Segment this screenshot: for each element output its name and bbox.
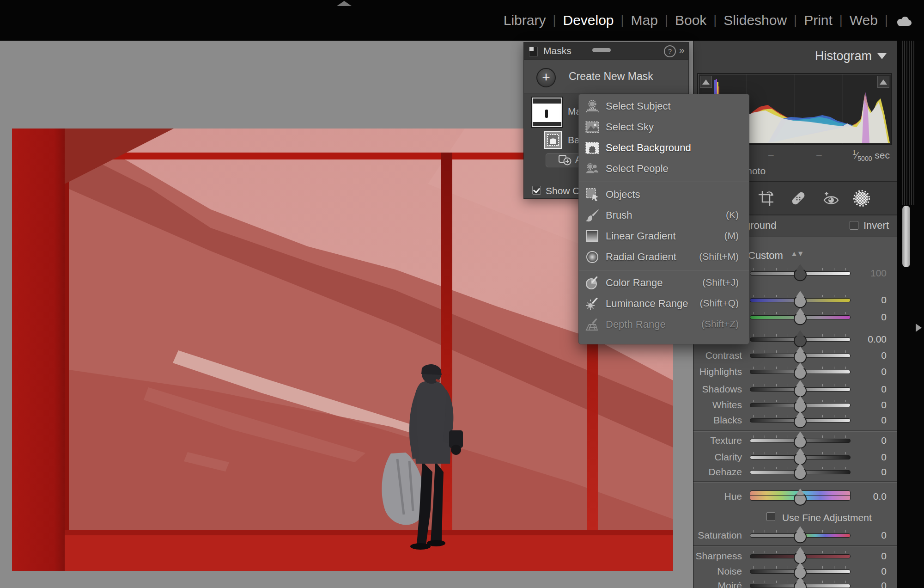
shutter-denominator: 5000 [857,155,872,162]
luminance-range-icon [585,297,599,311]
hue-slider-handle[interactable] [794,493,807,506]
slider-label: Whites [693,399,742,410]
histogram-header[interactable]: Histogram [815,49,887,63]
highlights-slider-handle[interactable] [794,367,807,380]
crop-tool-icon[interactable] [756,189,776,208]
exposure-slider[interactable] [750,337,851,342]
menu-item-select-subject[interactable]: Select Subject [579,96,749,117]
select-background-icon [585,141,599,155]
temp-slider[interactable] [750,298,851,302]
masks-panel-title: Masks [543,45,571,56]
tint-slider[interactable] [750,315,851,319]
module-divider: | [665,13,668,28]
objects-icon [585,188,599,202]
blacks-slider-handle[interactable] [794,415,807,428]
menu-item-color-range[interactable]: Color Range (Shift+J) [579,273,749,294]
masking-tool-icon-active[interactable] [852,189,871,208]
hue-slider[interactable] [750,490,851,501]
menu-item-select-background[interactable]: Select Background [579,138,749,159]
tint-slider-handle[interactable] [794,312,807,325]
invert-checkbox[interactable] [850,221,858,230]
menu-item-luminance-range[interactable]: Luminance Range (Shift+Q) [579,294,749,314]
use-fine-adjustment-checkbox[interactable] [766,512,775,521]
panel-drag-handle[interactable] [592,48,611,52]
slider-label: Blacks [693,415,742,426]
mask1-thumbnail[interactable] [532,98,562,127]
scrollbar-thumb[interactable] [902,206,910,267]
highlight-clipping-button[interactable] [877,76,889,88]
module-picker: Library | Develop | Map | Book | Slidesh… [497,0,912,41]
slider-value: 0 [881,312,887,323]
shadows-slider[interactable] [750,387,851,392]
slider-label: Contrast [693,350,742,361]
menu-item-brush[interactable]: Brush (K) [579,205,749,226]
texture-slider-handle[interactable] [794,435,807,448]
whites-slider[interactable] [750,403,851,407]
slider-value: 0 [881,452,887,463]
shadows-slider-handle[interactable] [794,384,807,397]
menu-item-label: Select Subject [606,100,671,112]
contrast-slider-handle[interactable] [794,350,807,363]
saturation-slider-handle[interactable] [794,530,807,543]
fine-adjustment-row: Use Fine Adjustment [693,511,897,525]
thumb-band [533,98,561,104]
slider-value: 0 [881,566,887,577]
blacks-slider[interactable] [750,418,851,423]
dehaze-slider-handle[interactable] [794,467,807,480]
slider-row-sharpness: Sharpness 0 [693,549,897,563]
tab-develop[interactable]: Develop [556,12,620,28]
menu-item-depth-range[interactable]: Depth Range (Shift+Z) [579,314,749,335]
tab-print[interactable]: Print [797,12,839,28]
temp-slider-handle[interactable] [794,295,807,308]
menu-item-linear-gradient[interactable]: Linear Gradient (M) [579,226,749,247]
menu-separator [579,268,749,273]
exposure-slider-handle[interactable] [794,334,807,347]
texture-slider[interactable] [750,439,851,443]
create-new-mask-button[interactable]: + Create New Mask [524,60,688,93]
red-eye-tool-icon[interactable] [821,189,841,208]
dock-panel-icon[interactable] [529,47,538,56]
amount-slider-handle[interactable] [794,268,807,281]
tab-slideshow[interactable]: Slideshow [717,12,794,28]
menu-item-label: Radial Gradient [606,251,676,263]
moire-slider[interactable] [750,584,851,588]
slider-value: 0.00 [868,334,887,345]
masks-panel-header[interactable]: Masks ? » [524,43,688,60]
saturation-slider[interactable] [750,533,851,538]
sharpness-slider[interactable] [750,554,851,558]
panel-collapse-arrow-icon[interactable] [916,324,922,332]
tab-map[interactable]: Map [624,12,665,28]
effect-preset-arrows-icon[interactable]: ▲▼ [790,250,803,258]
thumb-band [533,122,561,126]
module-divider: | [713,13,717,28]
highlights-slider[interactable] [750,370,851,374]
tab-web[interactable]: Web [843,12,885,28]
slider-label: Saturation [693,530,742,541]
exif-aperture-placeholder: – [816,149,822,160]
healing-tool-icon[interactable] [789,189,808,208]
hide-top-panel-arrow-icon[interactable] [337,1,352,6]
tab-book[interactable]: Book [668,12,713,28]
menu-item-radial-gradient[interactable]: Radial Gradient (Shift+M) [579,247,749,268]
dehaze-slider[interactable] [750,470,851,474]
amount-slider[interactable] [750,271,851,276]
slider-label: Sharpness [693,551,742,562]
clarity-slider[interactable] [750,455,851,459]
tab-library[interactable]: Library [497,12,553,28]
menu-item-objects[interactable]: Objects [579,184,749,205]
show-overlay-checkbox[interactable] [532,186,541,195]
add-mask-dropdown-menu: Select Subject Select Sky Select Backgro… [578,94,749,344]
panel-more-icon[interactable]: » [679,44,685,55]
help-icon[interactable]: ? [664,45,676,57]
menu-item-select-sky[interactable]: Select Sky [579,117,749,138]
menu-item-select-people[interactable]: Select People [579,159,749,179]
background-component-thumbnail[interactable] [544,131,562,149]
module-divider: | [839,13,843,28]
cloud-sync-icon[interactable] [895,14,912,26]
contrast-slider[interactable] [750,354,851,358]
effect-preset-select[interactable]: Custom [748,250,783,262]
menu-item-label: Depth Range [606,318,666,331]
noise-slider[interactable] [750,570,851,574]
slider-row-highlights: Highlights 0 [693,365,897,379]
shadow-clipping-button[interactable] [700,76,712,88]
